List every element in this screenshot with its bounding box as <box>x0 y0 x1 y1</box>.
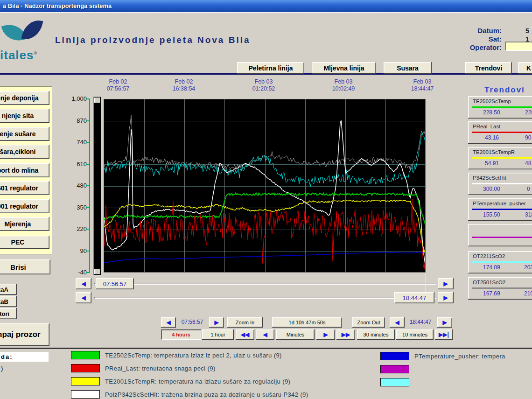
y-axis-line <box>89 99 90 273</box>
nav-end-fwd-button[interactable]: ▶ <box>437 317 452 328</box>
trend-color-bar <box>472 106 532 108</box>
scrollbar-up-button[interactable] <box>94 98 100 103</box>
skip-to-end-button[interactable]: ▶▶| <box>435 329 453 340</box>
trend-card[interactable] <box>468 224 532 246</box>
trend-card[interactable]: OT2501ScO2 167.69 210. <box>468 277 532 300</box>
range-1-hour-button[interactable]: 1 hour <box>202 329 234 340</box>
sidebar-button-cikloni[interactable]: šara,cikloni <box>0 145 49 159</box>
sidebar-button-print[interactable]: mpaj prozor <box>0 323 49 346</box>
y-axis-tick-label: 870 <box>59 117 87 124</box>
y-axis-tick-label: 220 <box>59 225 87 232</box>
datum-value: 5 <box>525 27 532 35</box>
trend-card[interactable]: PReal_Last 43.16 90 <box>468 121 532 144</box>
sidebar-button-sita[interactable]: njenje sita <box>0 109 49 123</box>
button-k-partial[interactable]: K <box>518 62 532 74</box>
legend-text: PTemperature_pusher: tempera <box>414 353 505 360</box>
trend-card[interactable]: PTemperature_pusher 155.50 318 <box>468 198 532 221</box>
legend-partial-paren: ) <box>1 365 3 372</box>
time-axis-label: Feb 0207:56:57 <box>90 78 146 92</box>
slider-end-track[interactable] <box>94 297 436 299</box>
step-fast-back-button[interactable]: ◀◀ <box>236 329 254 340</box>
legend-swatch-red <box>71 364 100 372</box>
legend-swatch-green <box>71 351 100 359</box>
nav-end-back-button[interactable]: ◀ <box>390 317 405 328</box>
y-axis-tick-label: 90 <box>59 247 87 254</box>
range-4-hours-button[interactable]: 4 hours <box>161 329 201 340</box>
trend-card[interactable]: P342ScSetHit 300.00 0 <box>468 173 532 195</box>
trend-color-bar <box>472 237 532 238</box>
legend-swatch-magenta <box>380 365 409 373</box>
sidebar-button-501-regulator[interactable]: 501 regulator <box>0 181 49 195</box>
sidebar-button-001-regulator[interactable]: 001 regulator <box>0 199 49 213</box>
button-mljevna-linija[interactable]: Mljevna linija <box>312 62 376 74</box>
legend-separator <box>0 348 532 349</box>
step-fwd-button[interactable]: ▶ <box>316 329 335 340</box>
trend-color-bar <box>472 157 532 159</box>
step-back-button[interactable]: ◀ <box>256 329 274 340</box>
sidebar-button-atori[interactable]: atori <box>0 308 17 319</box>
button-trendovi[interactable]: Trendovi <box>465 62 512 74</box>
trend-card[interactable]: TE2502ScTemp 228.50 228 <box>468 96 532 119</box>
slider-start-right-button[interactable]: ▶ <box>438 278 454 289</box>
datum-label: Datum: <box>455 27 502 35</box>
y-axis-tick-label: 740 <box>59 139 87 146</box>
operator-input[interactable] <box>505 42 532 51</box>
slider-start-thumb[interactable]: 07:56:57 <box>96 278 134 289</box>
chart-vertical-scrollbar[interactable] <box>93 97 101 275</box>
sidebar-button-kaB[interactable]: kaB <box>0 296 17 307</box>
step-fast-fwd-button[interactable]: ▶▶ <box>336 329 355 340</box>
range-10-minutes-button[interactable]: 10 minutes <box>396 329 434 340</box>
range-minutes-button[interactable]: Minutes <box>276 329 315 340</box>
legend-text: TE2001ScTempR: temperatura na izlazu suš… <box>105 378 290 385</box>
header: itales® Linija proizvodnje peleta Nova B… <box>0 12 532 75</box>
range-30-minutes-button[interactable]: 30 minutes <box>357 329 395 340</box>
nav-start-back-button[interactable]: ◀ <box>161 317 176 328</box>
scada-window: a Bila - Nadzor transportenga sistema it… <box>0 0 532 399</box>
zoom-out-button[interactable]: Zoom Out <box>352 317 385 328</box>
trend-plot[interactable] <box>104 99 426 273</box>
trend-card[interactable]: OT2211ScO2 174.09 203. <box>468 251 532 273</box>
trend-panel-title: Trendovi <box>484 85 525 95</box>
trend-color-bar <box>472 132 532 133</box>
legend-text: TE2502ScTemp: temperatura izlaz iz peci … <box>105 352 282 359</box>
sidebar-button-pec[interactable]: PEC <box>0 236 49 249</box>
sidebar-button-deponija[interactable]: enje deponija <box>0 91 49 105</box>
window-title: a Bila - Nadzor transportenga sistema <box>3 2 112 9</box>
logo-text: itales® <box>0 48 37 63</box>
time-axis-label: Feb 0310:02:49 <box>315 78 371 92</box>
slider-start-left-button[interactable]: ◀ <box>76 278 91 289</box>
button-peletirna-linija[interactable]: Peletirna linija <box>237 62 304 74</box>
y-axis-tick-label: -40 <box>59 269 87 276</box>
legend-swatch-white <box>71 390 100 399</box>
y-axis-tick-label: 480 <box>59 182 87 189</box>
trend-color-bar <box>472 261 532 263</box>
y-axis-tick-label: 610 <box>59 161 87 168</box>
trend-card[interactable]: TE2001ScTempR 54.91 48 <box>468 147 532 169</box>
zoom-in-button[interactable]: Zoom In <box>227 317 263 328</box>
scrollbar-down-button[interactable] <box>94 269 100 274</box>
window-titlebar[interactable]: a Bila - Nadzor transportenga sistema <box>0 0 532 12</box>
sidebar-button-susare[interactable]: enje sušare <box>0 127 49 141</box>
legend-text: PolzP342ScSetHit: tražena brzina puza za… <box>105 391 308 398</box>
legend-swatch-blue <box>380 352 409 360</box>
slider-end-left-button[interactable]: ◀ <box>76 292 91 303</box>
slider-end-thumb[interactable]: 18:44:47 <box>394 292 434 303</box>
legend-partial-label: da: <box>0 352 49 362</box>
sidebar-button-mjerenja[interactable]: Mjerenja <box>0 217 49 231</box>
button-susara[interactable]: Susara <box>384 62 432 74</box>
slider-end-right-button[interactable]: ▶ <box>438 292 454 303</box>
sidebar-button-brisi[interactable]: Brisi <box>0 259 50 274</box>
y-axis-tick-label: 350 <box>59 204 87 211</box>
nav-start-fwd-button[interactable]: ▶ <box>209 317 224 328</box>
page-title: Linija proizvodnje peleta Nova Bila <box>55 35 251 45</box>
nav-start-time: 07:56:57 <box>178 319 207 325</box>
sidebar-button-mlin[interactable]: port do mlina <box>0 163 49 177</box>
y-axis-tick-label: 1,000 <box>59 95 87 102</box>
trend-color-bar <box>472 183 532 184</box>
nav-end-time: 18:44:47 <box>406 319 435 325</box>
legend-swatch-yellow <box>71 377 100 385</box>
slider-start-track[interactable] <box>94 283 436 285</box>
legend-swatch-cyan <box>380 378 409 386</box>
time-axis-label: Feb 0301:20:52 <box>236 78 292 92</box>
sidebar-button-kaA[interactable]: kaA <box>0 284 17 295</box>
